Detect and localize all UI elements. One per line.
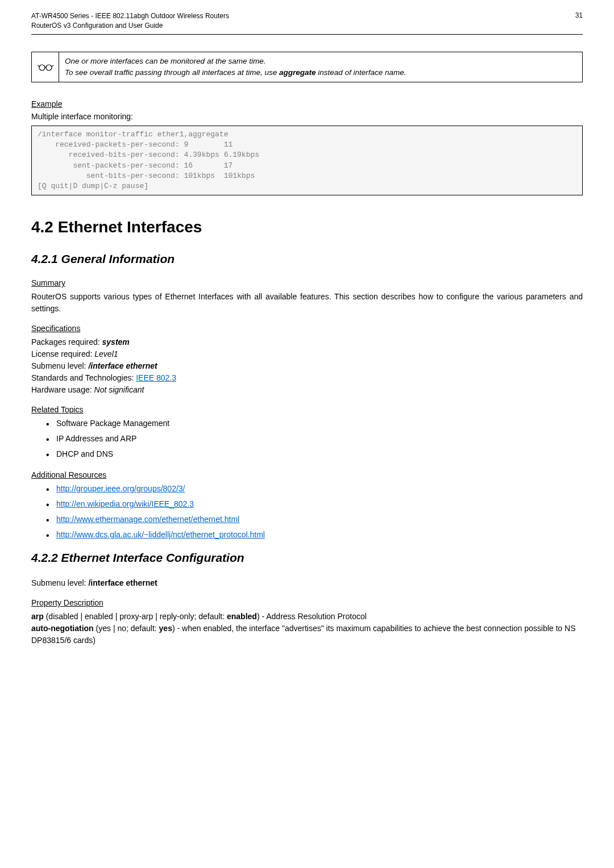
section-4-2-1-title: 4.2.1 General Information [31,252,583,266]
prop-arp-mid: (disabled | enabled | proxy-arp | reply-… [44,612,227,621]
spec-hardware: Hardware usage: Not significant [31,384,583,396]
related-list: Software Package Management IP Addresses… [31,418,583,460]
list-item: DHCP and DNS [46,448,583,460]
resources-heading: Additional Resources [31,470,583,479]
submenu-label: Submenu level: [31,578,88,587]
prop-autoneg-mid: (yes | no; default: [94,624,159,633]
page-content: One or more interfaces can be monitored … [0,52,614,670]
spec-standards: Standards and Technologies: IEEE 802.3 [31,372,583,384]
list-item: http://www.ethermanage.com/ethernet/ethe… [46,514,583,525]
prop-arp-desc: ) - Address Resolution Protocol [257,612,367,621]
note-line2-bold: aggregate [279,68,316,77]
spec-packages: Packages required: system [31,336,583,348]
spec-hardware-label: Hardware usage: [31,385,94,394]
note-line1: One or more interfaces can be monitored … [65,57,265,65]
summary-heading: Summary [31,278,583,287]
list-item: IP Addresses and ARP [46,433,583,445]
example-intro: Multiple interface monitoring: [31,112,583,121]
list-item: http://grouper.ieee.org/groups/802/3/ [46,483,583,495]
section-4-2-title: 4.2 Ethernet Interfaces [31,218,583,236]
prop-arp-default: enabled [227,612,257,621]
header-title: AT-WR4500 Series - IEEE 802.11abgh Outdo… [31,11,229,31]
spec-license-label: License required: [31,349,94,358]
header-line2: RouterOS v3 Configuration and User Guide [31,22,163,30]
list-item: http://www.dcs.gla.ac.uk/~liddellj/nct/e… [46,529,583,541]
note-text: One or more interfaces can be monitored … [59,52,582,82]
spec-standards-label: Standards and Technologies: [31,373,136,382]
resource-link[interactable]: http://en.wikipedia.org/wiki/IEEE_802.3 [56,499,194,508]
glasses-icon [32,52,59,82]
note-line2a: To see overall traffic passing through a… [65,68,279,77]
specs-block: Packages required: system License requir… [31,336,583,396]
prop-autoneg-name: auto-negotiation [31,624,94,633]
spec-packages-label: Packages required: [31,337,102,347]
spec-submenu: Submenu level: /interface ethernet [31,360,583,372]
spec-submenu-label: Submenu level: [31,361,88,370]
spec-submenu-value: /interface ethernet [88,361,157,370]
code-block: /interface monitor-traffic ether1,aggreg… [31,126,583,195]
svg-point-1 [46,65,52,70]
prop-desc-heading: Property Description [31,598,583,607]
resource-link[interactable]: http://www.dcs.gla.ac.uk/~liddellj/nct/e… [56,530,265,539]
section-4-2-2-title: 4.2.2 Ethernet Interface Configuration [31,551,583,565]
submenu-value: /interface ethernet [88,578,157,587]
submenu-line: Submenu level: /interface ethernet [31,577,583,589]
header-line1: AT-WR4500 Series - IEEE 802.11abgh Outdo… [31,12,229,20]
summary-text: RouterOS supports various types of Ether… [31,291,583,315]
ieee-802-3-link[interactable]: IEEE 802.3 [136,373,176,382]
prop-autoneg: auto-negotiation (yes | no; default: yes… [31,623,583,646]
spec-license: License required: Level1 [31,348,583,360]
page-number: 31 [575,11,583,31]
resource-link[interactable]: http://www.ethermanage.com/ethernet/ethe… [56,515,239,524]
note-line2b: instead of interface name. [316,68,406,77]
spec-packages-value: system [102,337,130,347]
header-divider [31,34,583,35]
specs-heading: Specifications [31,324,583,333]
resource-link[interactable]: http://grouper.ieee.org/groups/802/3/ [56,484,185,493]
example-heading: Example [31,99,583,108]
note-box: One or more interfaces can be monitored … [31,52,583,83]
page-header: AT-WR4500 Series - IEEE 802.11abgh Outdo… [0,0,614,34]
svg-line-3 [52,65,53,66]
prop-arp-name: arp [31,612,44,621]
list-item: http://en.wikipedia.org/wiki/IEEE_802.3 [46,498,583,510]
resources-list: http://grouper.ieee.org/groups/802/3/ ht… [31,483,583,541]
spec-license-value: Level1 [94,349,118,358]
prop-autoneg-default: yes [159,624,172,633]
spec-hardware-value: Not significant [94,385,144,394]
svg-point-0 [39,65,45,70]
svg-line-2 [38,65,39,66]
list-item: Software Package Management [46,418,583,429]
prop-arp: arp (disabled | enabled | proxy-arp | re… [31,611,583,623]
related-heading: Related Topics [31,405,583,414]
